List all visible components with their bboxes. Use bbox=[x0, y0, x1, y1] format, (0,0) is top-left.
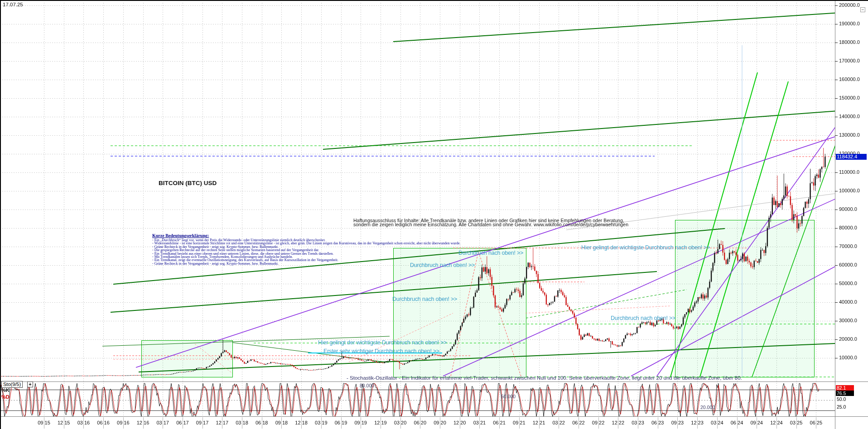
price-chart-canvas[interactable] bbox=[0, 0, 868, 429]
oscillator-value-label: 76.5 bbox=[836, 391, 854, 396]
current-price-label: 118432.4 bbox=[836, 154, 867, 160]
time-axis-label: 03 17 bbox=[156, 420, 169, 425]
disclaimer-line-2: sondern die zeigen lediglich meine Einsc… bbox=[353, 223, 628, 226]
time-axis-label: 09 23 bbox=[671, 420, 684, 425]
oscillator-value-label: 25.0 bbox=[836, 404, 854, 410]
time-axis-label: 09 20 bbox=[434, 420, 446, 425]
price-axis-label: 180000.0 bbox=[839, 39, 860, 45]
add-indicator-button[interactable]: + bbox=[27, 381, 33, 387]
price-axis-label: 30000.0 bbox=[839, 318, 857, 323]
time-axis-label: 03 22 bbox=[552, 420, 565, 425]
time-axis-label: 09 19 bbox=[354, 420, 367, 425]
explanation-block: Kurze Bedeutungserklärung: - Ein „Durchb… bbox=[152, 233, 461, 265]
time-axis-label: 06 22 bbox=[572, 420, 585, 425]
explanation-title: Kurze Bedeutungserklärung: bbox=[152, 233, 461, 238]
breakout-annotation: Hier gelingt der wichtigste Durchbruch n… bbox=[318, 339, 447, 346]
oscillator-level-label: 50.000 bbox=[501, 394, 516, 399]
oscillator-level-label: 80.000 bbox=[360, 383, 374, 388]
time-axis-label: 06 23 bbox=[651, 420, 664, 425]
time-axis-label: 12 22 bbox=[612, 420, 625, 425]
price-axis-label: 160000.0 bbox=[839, 76, 860, 82]
collapse-chart-icon[interactable]: − bbox=[860, 7, 865, 12]
price-axis-label: 70000.0 bbox=[839, 243, 857, 249]
time-axis-label: 12 16 bbox=[137, 420, 149, 425]
time-axis-label: 12 17 bbox=[216, 420, 229, 425]
time-axis-label: 09 18 bbox=[275, 420, 288, 425]
time-axis-label: 03 23 bbox=[632, 420, 644, 425]
time-axis-label: 12 21 bbox=[533, 420, 545, 425]
time-axis-label: 12 20 bbox=[453, 420, 466, 425]
oscillator-value-label: 82.1 bbox=[836, 385, 854, 391]
time-axis-label: 06 20 bbox=[414, 420, 427, 425]
time-axis-label: 03 18 bbox=[236, 420, 248, 425]
time-axis-label: 06 17 bbox=[176, 420, 189, 425]
time-axis-label: 03 20 bbox=[394, 420, 407, 425]
time-axis-label: 06 19 bbox=[335, 420, 347, 425]
time-axis-label: 03 16 bbox=[77, 420, 90, 425]
price-axis-label: 170000.0 bbox=[839, 58, 860, 63]
time-axis-label: 06 18 bbox=[256, 420, 268, 425]
time-axis-label: 03 19 bbox=[315, 420, 328, 425]
oscillator-value-label: 50.0 bbox=[836, 396, 854, 402]
price-axis-label: 50000.0 bbox=[839, 281, 857, 286]
time-axis-label: 09 16 bbox=[117, 420, 130, 425]
time-axis-label: 09 17 bbox=[196, 420, 209, 425]
price-axis-label: 60000.0 bbox=[839, 262, 857, 267]
time-axis-label: 09 22 bbox=[592, 420, 605, 425]
price-axis-label: 190000.0 bbox=[839, 21, 860, 26]
price-axis-label: 130000.0 bbox=[839, 132, 860, 138]
date-label: 17.07.25 bbox=[3, 2, 23, 7]
price-axis-label: 80000.0 bbox=[839, 225, 857, 230]
time-axis-label: 12 15 bbox=[58, 420, 70, 425]
chart-title: BITCOIN (BTC) USD bbox=[159, 180, 217, 186]
price-axis-label: 40000.0 bbox=[839, 299, 857, 305]
breakout-annotation: Durchbruch nach oben! >> bbox=[458, 250, 523, 256]
price-axis-label: 100000.0 bbox=[839, 188, 860, 193]
breakout-annotation: Durchbruch nach oben! >> bbox=[611, 315, 675, 321]
time-axis-label: 03 24 bbox=[711, 420, 723, 425]
time-axis-label: 09 24 bbox=[750, 420, 763, 425]
price-axis-label: 20000.0 bbox=[839, 336, 857, 342]
time-axis-label: 06 24 bbox=[731, 420, 743, 425]
chart-window: 17.07.25 BITCOIN (BTC) USD Haftungsaussc… bbox=[0, 0, 868, 429]
breakout-annotation: Durchbruch nach oben! >> bbox=[392, 296, 457, 302]
time-axis-label: 12 18 bbox=[295, 420, 308, 425]
time-axis-label: 06 25 bbox=[810, 420, 823, 425]
time-axis-label: 12 19 bbox=[374, 420, 387, 425]
price-axis-label: 110000.0 bbox=[839, 169, 859, 175]
time-axis-label: 06 21 bbox=[493, 420, 506, 425]
time-axis-label: 09 15 bbox=[38, 420, 50, 425]
price-axis-label: 90000.0 bbox=[839, 206, 857, 212]
price-axis-label: 200000.0 bbox=[839, 2, 860, 8]
time-axis-label: 03 21 bbox=[473, 420, 486, 425]
time-axis-label: 03 25 bbox=[790, 420, 803, 425]
time-axis-label: 12 24 bbox=[770, 420, 783, 425]
oscillator-description: - Stochastik-Oszillator - Ein Indikator … bbox=[347, 375, 742, 381]
oscillator-level-label: 20.000 bbox=[700, 405, 715, 410]
percent-d-label: %D bbox=[1, 394, 10, 400]
breakout-annotation: Durchbruch nach oben! >> bbox=[410, 262, 475, 268]
price-axis-label: 140000.0 bbox=[839, 114, 860, 119]
time-axis-label: 09 21 bbox=[513, 420, 526, 425]
breakout-annotation: Erster sehr wichtiger Durchbruch nach ob… bbox=[323, 348, 439, 354]
time-axis-label: 12 23 bbox=[691, 420, 704, 425]
price-axis-label: 10000.0 bbox=[839, 355, 857, 360]
price-axis-label: 150000.0 bbox=[839, 95, 860, 100]
time-axis-label: 06 16 bbox=[97, 420, 110, 425]
breakout-annotation: Hier gelingt der wichtigste Durchbruch n… bbox=[581, 244, 710, 251]
stochastic-indicator-button[interactable]: Sto(9/5) bbox=[1, 381, 23, 388]
percent-k-label: %K bbox=[1, 387, 10, 393]
